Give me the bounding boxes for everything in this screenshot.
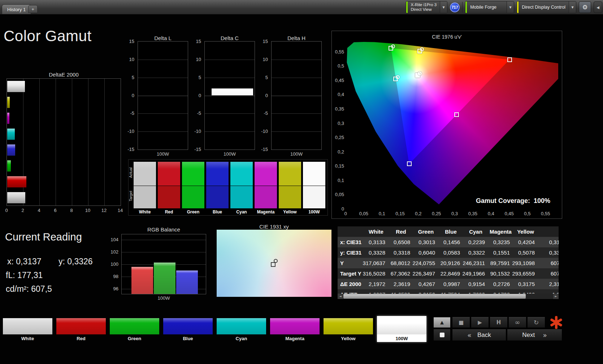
scroll-right-icon[interactable]: ► [553,294,559,299]
stop-button[interactable]: ■ [452,317,470,328]
target-swatch-cyan [230,186,253,208]
rgb-balance-plot [121,234,206,294]
stop-pattern-button[interactable] [433,329,451,341]
table-cell: 0,6040 [413,247,438,258]
pattern-swatch-yellow[interactable]: Yellow [324,316,373,342]
gridline [122,252,206,252]
axis-tick-label: -15 [256,147,269,152]
pattern-swatch-cyan[interactable]: Cyan [217,316,266,342]
magenta-target-marker [454,112,459,117]
swatch-column-label: Magenta [253,209,278,214]
back-button[interactable]: « Back [452,329,506,341]
axis-tick-label: 0,25 [429,211,444,217]
table-cell: 249,1966 [463,268,488,279]
display-control-name: Direct Display Control [519,1,569,13]
play-button[interactable]: ▶ [471,317,489,328]
gridline [88,79,88,205]
app-root: History 1 + X-Rite i1Pro 3 Direct View ▼… [0,0,603,364]
swatch-column-label: Red [157,209,181,214]
display-control-dropdown[interactable]: Direct Display Control ▼ [517,1,576,13]
table-cell: y: CIE31 [338,247,364,258]
table-cell: 0,1456 [438,237,463,247]
axis-tick-label: 0,4 [333,92,344,98]
gridline [272,78,321,78]
axis-tick-label: 0,2 [410,211,426,217]
delta-h-x-label: 100W [271,151,322,157]
gridline [205,60,255,60]
collapse-panel-button[interactable]: ◀ [594,1,602,13]
axis-tick-label: -10 [123,129,136,134]
table-cell: 2,31 [538,279,559,289]
pattern-swatch-red[interactable]: Red [56,316,106,342]
chevron-down-icon[interactable]: ▼ [569,1,576,13]
meter-count-badge: 717 [450,3,460,12]
table-cell: 317,0637 [364,258,389,268]
source-dropdown[interactable]: Mobile Forge ▼ [465,1,514,13]
actual-swatch-green [182,162,204,186]
results-table-scrollbar[interactable]: ◄ ► [338,294,559,299]
axis-tick-label: 0,25 [333,135,344,140]
gamut-coverage: Gamut Coverage: 100% [476,197,550,205]
deltae-bar-yellow [7,97,10,108]
table-cell: 0,9987 [438,279,463,289]
delta-l-x-label: 100W [138,151,188,157]
axis-tick-label: 100 [107,261,120,267]
table-cell: 0,33 [538,247,559,258]
axis-tick-label: 0 [338,211,353,217]
table-cell: 2,1972 [364,279,389,289]
page-title: Color Gamut [4,27,92,45]
table-cell: 0,6508 [389,237,413,247]
settings-gear-button[interactable]: ⚙ [579,1,591,13]
hold-button[interactable]: H [490,317,508,328]
swatch-column-label: 100W [302,209,326,214]
chevron-down-icon[interactable]: ▼ [507,1,514,13]
swatch-color [217,318,266,334]
axis-tick-label: 10 [190,57,203,62]
table-cell: 316,5028 [364,268,389,279]
tab-history-1[interactable]: History 1 [2,4,31,14]
pattern-swatch-blue[interactable]: Blue [163,316,213,342]
table-cell: x: CIE31 [338,237,364,247]
continuous-read-button[interactable]: ∞ [508,317,526,328]
results-table: WhiteRedGreenBlueCyanMagentaYellowx: CIE… [338,226,559,299]
table-cell: 2,3619 [389,279,413,289]
gamut-coverage-label: Gamut Coverage: [476,197,530,204]
square-icon [440,333,444,337]
chevron-down-icon[interactable]: ▼ [440,1,447,13]
actual-row-label: Actual [129,164,133,181]
deltae-bar-magenta [7,113,9,124]
table-cell [338,226,364,237]
pattern-swatch-white[interactable]: White [3,316,52,342]
swatch-color [324,318,373,334]
refresh-button[interactable]: ↻ [527,317,545,328]
axis-tick-label: 0,15 [392,211,408,217]
up-arrow-button[interactable]: ▲ [433,317,451,328]
axis-tick-label: 2 [18,208,27,213]
target-swatch-red [158,186,180,208]
plus-icon: + [31,6,34,12]
pattern-swatch-magenta[interactable]: Magenta [270,316,320,342]
pattern-swatch-green[interactable]: Green [110,316,159,342]
table-cell: 0,3318 [389,247,413,258]
cie1976-title: CIE 1976 u'v' [332,34,562,40]
swatch-label: 100W [377,336,426,341]
axis-tick-label: 0,5 [333,63,344,69]
table-cell: 22,8469 [438,268,463,279]
play-icon: ▶ [478,319,482,326]
axis-tick-label: 10 [256,57,269,62]
gridline [39,79,40,205]
deltae-plot [6,78,121,206]
axis-tick-label: 0,2 [333,149,344,155]
meter-dropdown[interactable]: X-Rite i1Pro 3 Direct View ▼ [406,1,448,13]
pattern-swatch-100w[interactable]: 100W [377,316,426,342]
axis-tick-label: 10 [83,208,92,213]
next-button[interactable]: Next » [507,329,562,341]
scroll-left-icon[interactable]: ◄ [338,294,343,299]
top-bar: History 1 + X-Rite i1Pro 3 Direct View ▼… [0,0,603,14]
add-tab-button[interactable]: + [28,5,38,13]
table-cell: 0,1551 [488,247,513,258]
swatch-column-label: White [133,209,157,214]
scrollbar-thumb[interactable] [343,294,526,299]
table-cell: 0,2726 [488,279,513,289]
delta-h-y-axis: 151050-5-10-15 [256,39,269,154]
